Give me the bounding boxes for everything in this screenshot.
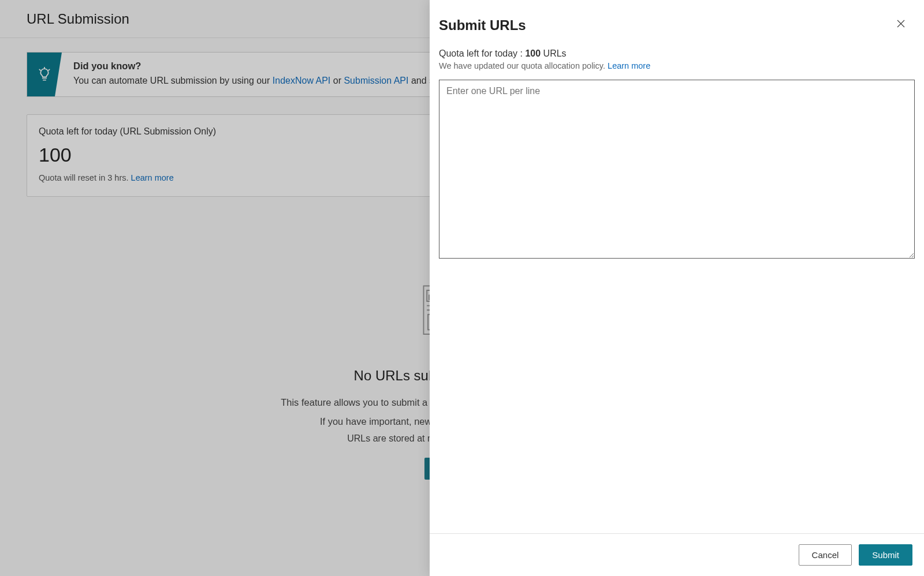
panel-header: Submit URLs [430,0,924,40]
close-button[interactable] [894,17,908,31]
panel-quota-value: 100 [525,48,541,58]
panel-body: Quota left for today : 100 URLs We have … [430,40,924,533]
submit-urls-panel: Submit URLs Quota left for today : 100 U… [430,0,924,576]
panel-learn-more-link[interactable]: Learn more [608,61,650,70]
panel-policy-line: We have updated our quota allocation pol… [439,61,915,70]
url-textarea[interactable] [439,80,915,259]
panel-quota-label: Quota left for today : [439,48,523,58]
panel-footer: Cancel Submit [430,533,924,576]
panel-quota-unit: URLs [543,48,567,58]
close-icon [896,19,906,28]
panel-title: Submit URLs [439,17,526,33]
submit-button[interactable]: Submit [859,544,912,566]
cancel-button[interactable]: Cancel [799,544,852,566]
panel-quota-line: Quota left for today : 100 URLs [439,48,915,59]
panel-policy-text: We have updated our quota allocation pol… [439,61,608,70]
